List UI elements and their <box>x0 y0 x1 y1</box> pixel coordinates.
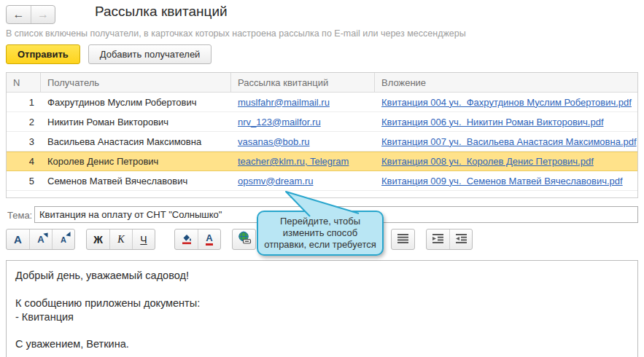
justify-icon <box>397 233 409 246</box>
attachment-link[interactable]: Квитанция 008 уч. Королев Денис Петрович… <box>381 156 594 167</box>
font-name-icon: A <box>14 233 22 246</box>
back-button[interactable]: ← <box>7 6 31 23</box>
font-name-button[interactable]: A <box>7 230 29 249</box>
underline-button[interactable]: Ч <box>132 230 155 249</box>
attachment-link[interactable]: Квитанция 004 уч. Фахрутдинов Муслим Роб… <box>381 97 632 108</box>
add-recipients-button[interactable]: Добавить получателей <box>88 44 212 64</box>
hyperlink-globe-icon <box>237 231 252 248</box>
bold-icon: Ж <box>93 234 103 246</box>
indent-increase-button[interactable] <box>427 230 449 249</box>
actions-bar: Отправить Добавить получателей <box>6 44 212 64</box>
send-button[interactable]: Отправить <box>6 44 80 64</box>
color-group: A <box>174 229 221 250</box>
back-arrow-icon: ← <box>13 8 25 21</box>
table-row[interactable]: 4Королев Денис Петровичteacher@klm.ru, T… <box>7 152 637 171</box>
delivery-method-link[interactable]: teacher@klm.ru, Telegram <box>238 156 349 167</box>
fill-color-button[interactable] <box>175 230 198 249</box>
recipient-name: Королев Денис Петрович <box>41 156 231 167</box>
nav-history-group: ← → <box>6 5 55 24</box>
message-body-editor[interactable]: Добрый день, уважаемый садовод! К сообще… <box>6 260 638 357</box>
forward-button[interactable]: → <box>31 6 55 23</box>
indent-decrease-button[interactable] <box>449 230 472 249</box>
callout-tail-icon <box>277 186 372 221</box>
column-header[interactable]: Получатель <box>41 73 231 92</box>
table-row[interactable]: 1Фахрутдинов Муслим Робертовичmuslfahr@m… <box>7 93 637 112</box>
page-title: Рассылка квитанций <box>95 4 228 20</box>
text-color-button[interactable]: A <box>198 230 220 249</box>
table-row[interactable]: 2Никитин Роман Викторовичnrv_123@mailfor… <box>7 112 637 132</box>
style-group: Ж К Ч <box>86 229 155 250</box>
table-header: NПолучательРассылка квитанцийВложение <box>7 73 637 93</box>
font-size-up-button[interactable]: A <box>29 230 52 249</box>
column-header[interactable]: Рассылка квитанций <box>231 73 375 92</box>
column-header[interactable]: N <box>7 73 41 92</box>
bold-button[interactable]: Ж <box>87 230 109 249</box>
down-arrow-icon <box>66 232 72 238</box>
recipient-name: Фахрутдинов Муслим Робертович <box>41 97 231 108</box>
justify-button[interactable] <box>392 230 414 249</box>
delivery-method-link[interactable]: nrv_123@mailfor.ru <box>238 117 321 128</box>
italic-button[interactable]: К <box>109 230 132 249</box>
subject-label: Тема: <box>7 210 32 221</box>
italic-icon: К <box>117 234 124 246</box>
forward-arrow-icon: → <box>37 8 49 21</box>
row-number: 1 <box>7 97 41 108</box>
delivery-method-link[interactable]: vasanas@bob.ru <box>238 136 309 147</box>
align-group <box>391 229 415 250</box>
row-number: 3 <box>7 136 41 147</box>
attachment-link[interactable]: Квитанция 009 уч. Семенов Матвей Вячесла… <box>381 176 623 187</box>
recipient-name: Васильева Анастасия Максимовна <box>41 136 231 147</box>
attachment-link[interactable]: Квитанция 007 уч. Васильева Анастасия Ма… <box>381 136 637 147</box>
row-number: 2 <box>7 117 41 128</box>
fill-color-icon <box>180 232 193 248</box>
recipient-name: Семенов Матвей Вячеславович <box>41 176 231 187</box>
page-subtitle: В список включены получатели, в карточка… <box>6 28 466 39</box>
font-size-down-icon: A <box>61 235 66 244</box>
row-number: 5 <box>7 176 41 187</box>
underline-icon: Ч <box>140 234 147 246</box>
insert-link-button[interactable] <box>233 230 255 249</box>
indent-increase-icon <box>432 233 444 246</box>
attachment-link[interactable]: Квитанция 006 уч. Никитин Роман Викторов… <box>381 117 604 128</box>
font-size-up-icon: A <box>37 234 44 245</box>
row-number: 4 <box>7 156 41 167</box>
table-body: 1Фахрутдинов Муслим Робертовичmuslfahr@m… <box>7 93 637 191</box>
link-group <box>232 229 256 250</box>
column-header[interactable]: Вложение <box>375 73 637 92</box>
delivery-method-link[interactable]: opsmv@dream.ru <box>238 176 314 187</box>
indent-group <box>426 229 473 250</box>
delivery-method-link[interactable]: muslfahr@mailmail.ru <box>238 97 330 108</box>
text-color-icon: A <box>206 233 212 246</box>
indent-decrease-icon <box>455 233 468 246</box>
recipient-name: Никитин Роман Викторович <box>41 117 231 128</box>
font-size-down-button[interactable]: A <box>52 230 74 249</box>
font-group: A A A <box>6 229 75 250</box>
table-row[interactable]: 3Васильева Анастасия Максимовнаvasanas@b… <box>7 132 637 152</box>
recipients-table: NПолучательРассылка квитанцийВложение 1Ф… <box>6 72 638 198</box>
